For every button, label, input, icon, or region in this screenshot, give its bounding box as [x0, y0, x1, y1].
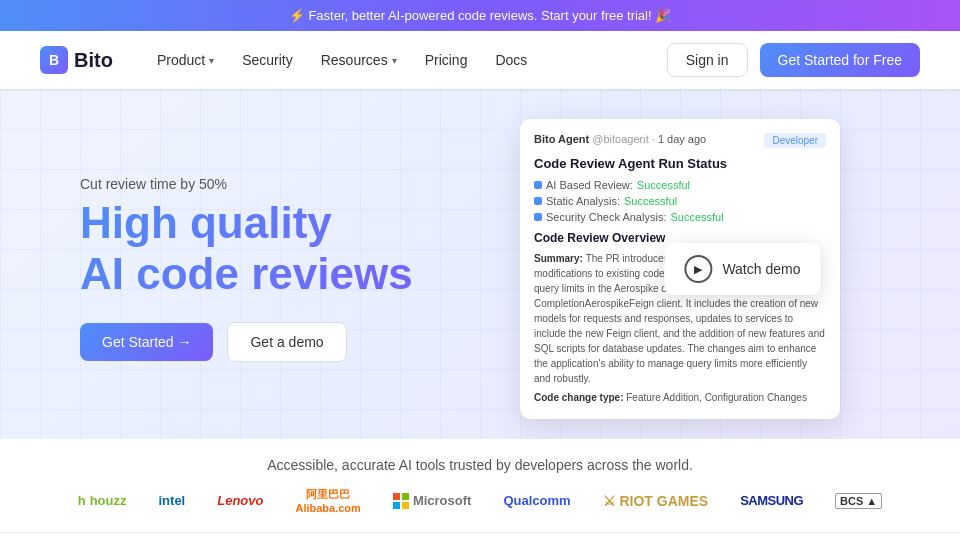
card-header: Bito Agent @bitoagent · 1 day ago Develo…	[534, 133, 826, 148]
hero-title-line1: High quality	[80, 198, 480, 249]
card-badge: Developer	[764, 133, 826, 148]
status-label-ai: AI Based Review:	[546, 179, 633, 191]
hero-title: High quality AI code reviews	[80, 198, 480, 299]
watch-demo-button[interactable]: ▶ Watch demo	[664, 243, 820, 295]
trusted-text: Accessible, accurate AI tools trusted by…	[40, 457, 920, 473]
watch-demo-label: Watch demo	[722, 261, 800, 277]
samsung-label: SAMSUNG	[740, 493, 803, 508]
chevron-down-icon: ▾	[209, 55, 214, 66]
signin-button[interactable]: Sign in	[667, 43, 748, 77]
logos-row: h houzz intel Lenovo 阿里巴巴Alibaba.com Mic…	[40, 487, 920, 514]
logo-alibaba: 阿里巴巴Alibaba.com	[295, 487, 360, 514]
nav-product-label: Product	[157, 52, 205, 68]
microsoft-label: Microsoft	[413, 493, 472, 508]
hero-right: Bito Agent @bitoagent · 1 day ago Develo…	[480, 119, 880, 419]
card-username: Bito Agent	[534, 133, 589, 145]
status-dot-icon	[534, 197, 542, 205]
chevron-down-icon: ▾	[392, 55, 397, 66]
nav-docs[interactable]: Docs	[483, 44, 539, 76]
nav-docs-label: Docs	[495, 52, 527, 68]
bottom-bar[interactable]: How Bito is changing the game	[0, 532, 960, 540]
status-dot-icon	[534, 213, 542, 221]
hero-eyebrow: Cut review time by 50%	[80, 176, 480, 192]
change-type-value: Feature Addition, Configuration Changes	[626, 392, 807, 403]
hero-title-line2: AI code reviews	[80, 249, 480, 300]
nav-security-label: Security	[242, 52, 293, 68]
top-banner: ⚡ Faster, better AI-powered code reviews…	[0, 0, 960, 31]
nav-links: Product ▾ Security Resources ▾ Pricing D…	[145, 44, 667, 76]
nav-resources[interactable]: Resources ▾	[309, 44, 409, 76]
logo-lenovo: Lenovo	[217, 493, 263, 508]
logo-intel: intel	[159, 493, 186, 508]
hero-section: Cut review time by 50% High quality AI c…	[0, 89, 960, 439]
get-started-nav-button[interactable]: Get Started for Free	[760, 43, 921, 77]
microsoft-icon	[393, 493, 409, 509]
houzz-icon: h	[78, 493, 86, 508]
get-demo-button[interactable]: Get a demo	[227, 322, 346, 362]
bcs-label: BCS ▲	[835, 493, 882, 509]
logo-houzz: h houzz	[78, 493, 127, 508]
status-value-ai: Successful	[637, 179, 690, 191]
trusted-section: Accessible, accurate AI tools trusted by…	[0, 439, 960, 532]
play-icon: ▶	[684, 255, 712, 283]
status-value-security: Successful	[670, 211, 723, 223]
hero-buttons: Get Started → Get a demo	[80, 322, 480, 362]
card-title: Code Review Agent Run Status	[534, 156, 826, 171]
card-user: Bito Agent @bitoagent · 1 day ago	[534, 133, 706, 145]
card-time: 1 day ago	[658, 133, 706, 145]
intel-label: intel	[159, 493, 186, 508]
logo-text: Bito	[74, 49, 113, 72]
card-handle: @bitoagent ·	[592, 133, 658, 145]
get-started-hero-button[interactable]: Get Started →	[80, 323, 213, 361]
logo-icon: B	[40, 46, 68, 74]
qualcomm-label: Qualcomm	[503, 493, 570, 508]
navbar: B Bito Product ▾ Security Resources ▾ Pr…	[0, 31, 960, 89]
overview-summary-label: Summary:	[534, 253, 586, 264]
status-label-security: Security Check Analysis:	[546, 211, 666, 223]
nav-product[interactable]: Product ▾	[145, 44, 226, 76]
nav-actions: Sign in Get Started for Free	[667, 43, 920, 77]
logo-qualcomm: Qualcomm	[503, 493, 570, 508]
nav-pricing[interactable]: Pricing	[413, 44, 480, 76]
banner-text: ⚡ Faster, better AI-powered code reviews…	[289, 8, 671, 23]
status-security: Security Check Analysis: Successful	[534, 211, 826, 223]
change-type-label: Code change type:	[534, 392, 626, 403]
logo-microsoft: Microsoft	[393, 493, 472, 509]
status-ai-review: AI Based Review: Successful	[534, 179, 826, 191]
lenovo-label: Lenovo	[217, 493, 263, 508]
logo-riot: ⚔ RIOT GAMES	[603, 493, 709, 509]
alibaba-label: 阿里巴巴Alibaba.com	[295, 487, 360, 514]
houzz-label: houzz	[90, 493, 127, 508]
status-value-static: Successful	[624, 195, 677, 207]
status-static: Static Analysis: Successful	[534, 195, 826, 207]
status-dot-icon	[534, 181, 542, 189]
nav-security[interactable]: Security	[230, 44, 305, 76]
nav-resources-label: Resources	[321, 52, 388, 68]
hero-left: Cut review time by 50% High quality AI c…	[80, 176, 480, 361]
logo-bcs: BCS ▲	[835, 493, 882, 509]
logo-samsung: SAMSUNG	[740, 493, 803, 508]
status-label-static: Static Analysis:	[546, 195, 620, 207]
riot-label: ⚔ RIOT GAMES	[603, 493, 709, 509]
nav-pricing-label: Pricing	[425, 52, 468, 68]
logo[interactable]: B Bito	[40, 46, 113, 74]
